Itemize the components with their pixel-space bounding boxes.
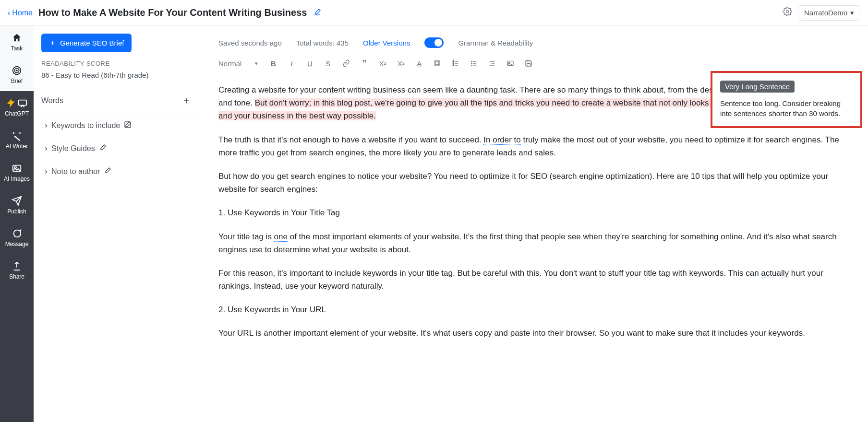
quote-button[interactable]: ” <box>357 57 372 70</box>
suggestion-popover[interactable]: Very Long Sentence Sentence too long. Co… <box>711 71 862 128</box>
nav-chatgpt[interactable]: ChatGPT <box>0 91 34 124</box>
note-expand[interactable]: ⌄ Note to author <box>34 160 199 183</box>
subscript-button[interactable]: X2 <box>375 57 390 70</box>
image-icon <box>12 163 22 174</box>
user-dropdown[interactable]: NarratoDemo ▾ <box>798 5 860 21</box>
nav-ai-images[interactable]: AI Images <box>0 156 34 189</box>
chevron-right-icon: ⌄ <box>40 123 49 129</box>
underline-button[interactable]: U <box>302 57 317 70</box>
bolt-chat-icon <box>6 98 28 108</box>
topbar: ‹ Home How to Make A Website For Your Co… <box>0 0 868 26</box>
nav-task-label: Task <box>11 45 23 52</box>
edit-keywords-icon[interactable] <box>124 121 132 130</box>
wand-icon <box>12 130 22 141</box>
grammar-flag[interactable]: one <box>274 232 288 242</box>
older-versions-link[interactable]: Older Versions <box>363 39 410 47</box>
paragraph[interactable]: Your title tag is one of the most import… <box>218 230 849 256</box>
image-button[interactable] <box>503 57 518 70</box>
nav-ai-writer-label: AI Writer <box>6 143 28 150</box>
style-guides-expand[interactable]: ⌄ Style Guides <box>34 137 199 160</box>
superscript-button[interactable]: X2 <box>393 57 409 70</box>
home-icon <box>12 33 22 43</box>
text: But don't worry; in this blog post, we'r… <box>255 98 753 107</box>
nav-brief-label: Brief <box>11 78 23 84</box>
nav-share[interactable]: Share <box>0 254 34 287</box>
nav-brief[interactable]: Brief <box>0 59 34 91</box>
text: For this reason, it's important to inclu… <box>218 269 761 278</box>
nav-message[interactable]: Message <box>0 222 34 254</box>
format-select[interactable]: Normal ▾ <box>218 59 258 68</box>
home-label: Home <box>12 9 33 17</box>
clear-format-button[interactable] <box>430 57 445 70</box>
grammar-label: Grammar & Readability <box>458 39 533 47</box>
svg-rect-4 <box>19 100 27 106</box>
words-row[interactable]: Words ＋ <box>34 87 199 114</box>
paragraph[interactable]: But how do you get search engines to not… <box>218 170 849 196</box>
nav-ai-images-label: AI Images <box>4 176 30 182</box>
paragraph[interactable]: The truth is that it's not enough to hav… <box>218 133 849 159</box>
paragraph[interactable]: For this reason, it's important to inclu… <box>218 267 849 293</box>
grammar-flag[interactable]: In order to <box>483 135 521 145</box>
chevron-left-icon: ‹ <box>8 9 10 17</box>
svg-point-19 <box>471 65 472 65</box>
ordered-list-button[interactable]: 123 <box>448 57 463 70</box>
link-button[interactable] <box>338 57 354 70</box>
chevron-right-icon: ⌄ <box>40 146 49 152</box>
nav-publish-label: Publish <box>7 208 26 215</box>
page-title: How to Make A Website For Your Content W… <box>38 7 783 18</box>
chevron-right-icon: ⌄ <box>40 169 49 175</box>
strike-button[interactable]: S <box>320 57 336 70</box>
list-heading[interactable]: 1. Use Keywords in Your Title Tag <box>218 206 849 219</box>
nav-ai-writer[interactable]: AI Writer <box>0 124 34 156</box>
generate-seo-brief-button[interactable]: ＋ Generate SEO Brief <box>41 34 132 52</box>
editor-area: Saved seconds ago Total words: 435 Older… <box>199 26 868 422</box>
left-panel: ＋ Generate SEO Brief READABILITY SCORE 8… <box>34 26 199 422</box>
svg-text:3: 3 <box>453 64 454 66</box>
bullet-list-button[interactable] <box>466 57 482 70</box>
topbar-right: NarratoDemo ▾ <box>783 5 860 21</box>
keywords-label: Keywords to include <box>51 121 120 130</box>
edit-title-icon[interactable] <box>313 7 321 18</box>
nav-chatgpt-label: ChatGPT <box>5 110 29 117</box>
grammar-toggle[interactable] <box>424 37 444 48</box>
settings-icon[interactable] <box>783 7 792 19</box>
edit-note-icon[interactable] <box>104 167 111 176</box>
text-color-button[interactable]: A <box>411 57 427 70</box>
readability-score: 86 - Easy to Read (6th-7th grade) <box>34 71 199 87</box>
chat-icon <box>12 228 22 239</box>
nav-share-label: Share <box>9 273 24 280</box>
grammar-flag[interactable]: actually <box>761 269 789 278</box>
nav-rail: Task Brief ChatGPT AI Writer AI Images P… <box>0 26 34 422</box>
text: Your title tag is <box>218 232 274 241</box>
style-guides-label: Style Guides <box>51 144 95 153</box>
send-icon <box>12 196 22 206</box>
edit-style-icon[interactable] <box>99 144 107 153</box>
add-word-icon[interactable]: ＋ <box>181 94 191 107</box>
svg-point-18 <box>471 63 472 63</box>
save-button[interactable] <box>521 57 536 70</box>
readability-head: READABILITY SCORE <box>34 60 199 71</box>
text: of the most important elements of your w… <box>218 232 837 254</box>
nav-publish[interactable]: Publish <box>0 189 34 222</box>
select-caret-icon: ▾ <box>255 60 258 67</box>
keywords-expand[interactable]: ⌄ Keywords to include <box>34 114 199 137</box>
suggestion-badge: Very Long Sentence <box>720 81 795 93</box>
bold-button[interactable]: B <box>265 57 281 70</box>
list-heading[interactable]: 2. Use Keywords in Your URL <box>218 303 849 316</box>
share-icon <box>12 261 22 271</box>
text: The truth is that it's not enough to hav… <box>218 135 483 144</box>
home-link[interactable]: ‹ Home <box>8 9 33 17</box>
svg-point-3 <box>16 70 17 71</box>
indent-button[interactable] <box>484 57 500 70</box>
seo-btn-label: Generate SEO Brief <box>60 39 124 47</box>
svg-point-17 <box>471 61 472 61</box>
page-title-text: How to Make A Website For Your Content W… <box>38 7 307 18</box>
suggestion-text: Sentence too long. Consider breaking int… <box>720 98 853 118</box>
nav-message-label: Message <box>5 241 29 247</box>
plus-icon: ＋ <box>49 38 56 47</box>
caret-down-icon: ▾ <box>850 9 854 17</box>
word-count: Total words: 435 <box>296 39 349 47</box>
italic-button[interactable]: I <box>284 57 299 70</box>
nav-task[interactable]: Task <box>0 26 34 59</box>
paragraph[interactable]: Your URL is another important element of… <box>218 327 849 340</box>
